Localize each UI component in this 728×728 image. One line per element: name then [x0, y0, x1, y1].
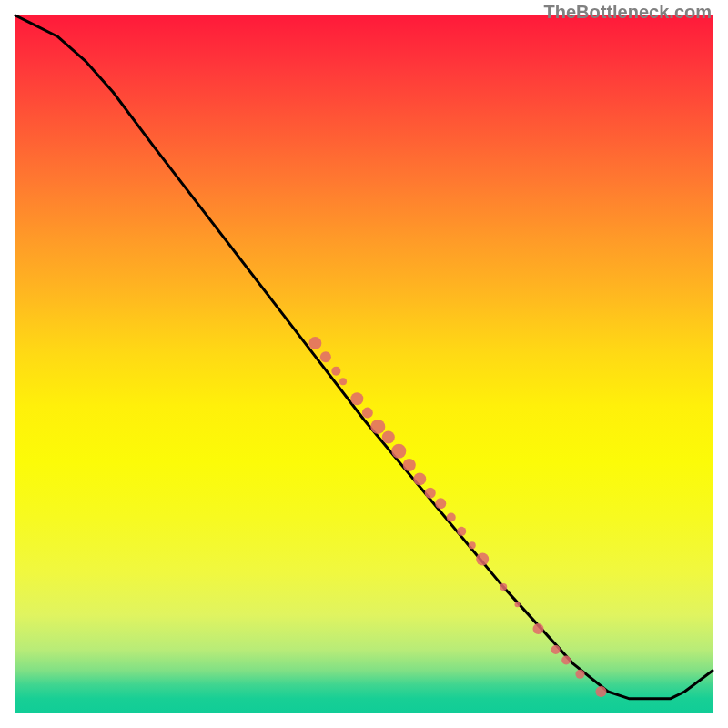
attribution-text: TheBottleneck.com: [544, 2, 712, 23]
chart-container: TheBottleneck.com: [0, 0, 728, 728]
gradient-background: [15, 15, 713, 713]
